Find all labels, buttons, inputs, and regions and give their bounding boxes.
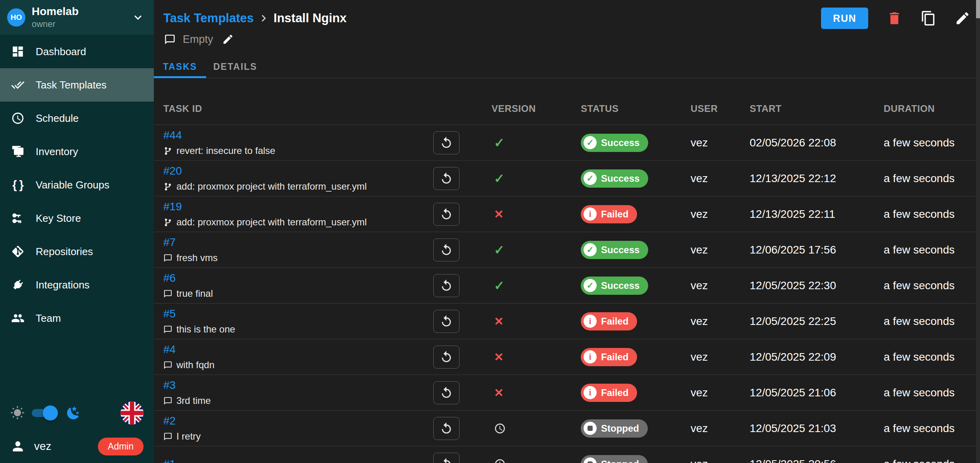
breadcrumb-task-templates[interactable]: Task Templates	[163, 11, 254, 25]
message-icon	[164, 34, 176, 45]
task-id-link[interactable]: #5	[163, 307, 176, 320]
message-icon	[163, 361, 172, 370]
project-avatar: HO	[7, 8, 25, 27]
status-cell: i Failed	[569, 205, 679, 223]
status-badge-label: Failed	[601, 316, 628, 327]
sidebar-item-schedule[interactable]: Schedule	[0, 102, 154, 135]
table-row: #20 add: proxmox project with terraform_…	[154, 161, 976, 196]
pencil-icon	[222, 33, 234, 45]
task-cell: #4 with fqdn	[154, 343, 427, 371]
task-message: add: proxmox project with terraform_user…	[163, 217, 367, 228]
project-switcher[interactable]: HO Homelab owner	[0, 0, 154, 35]
rerun-cell	[427, 238, 466, 261]
sidebar-item-label: Integrations	[36, 279, 90, 291]
breadcrumb-current-template: Install Nginx	[274, 11, 346, 25]
rerun-task-button[interactable]	[433, 131, 459, 154]
branch-icon	[163, 182, 172, 191]
sidebar-item-inventory[interactable]: Inventory	[0, 135, 154, 168]
plug-icon	[10, 277, 25, 292]
task-message: with fqdn	[163, 359, 214, 371]
sidebar-item-variable-groups[interactable]: { } Variable Groups	[0, 168, 154, 202]
task-cell: #7 fresh vms	[154, 236, 427, 263]
template-actions: RUN	[821, 8, 970, 29]
rerun-task-button[interactable]	[433, 167, 459, 190]
tab-details[interactable]: DETAILS	[206, 56, 264, 78]
task-cell: #1	[154, 458, 427, 463]
status-badge-icon	[584, 457, 597, 463]
rerun-cell	[427, 203, 466, 226]
dark-mode-toggle[interactable]	[32, 405, 56, 421]
trash-icon	[886, 10, 902, 26]
status-badge-label: Success	[601, 244, 639, 256]
start-cell: 12/05/2025 21:06	[738, 386, 872, 399]
task-id-link[interactable]: #6	[163, 272, 176, 284]
user-menu[interactable]: vez Admin	[0, 430, 154, 463]
task-id-link[interactable]: #1	[163, 458, 176, 463]
chevron-down-icon	[131, 10, 145, 25]
replay-icon	[440, 243, 453, 257]
uk-flag-language-button[interactable]	[121, 402, 144, 425]
status-badge-label: Success	[601, 137, 639, 148]
duration-cell: a few seconds	[872, 208, 976, 221]
tab-tasks[interactable]: TASKS	[154, 56, 206, 78]
replay-icon	[440, 279, 453, 292]
table-row: #3 3rd time ✕ i Failed vez 12/05/2025 21…	[154, 375, 976, 411]
rerun-task-button[interactable]	[433, 381, 459, 404]
sidebar-item-dashboard[interactable]: Dashboard	[0, 35, 154, 68]
task-cell: #5 this is the one	[154, 307, 427, 335]
sidebar-item-key-store[interactable]: Key Store	[0, 202, 154, 235]
rerun-cell	[427, 274, 466, 297]
status-cell: i Failed	[569, 312, 679, 330]
duration-cell: a few seconds	[872, 279, 976, 292]
edit-template-button[interactable]	[955, 10, 970, 26]
dashboard-icon	[10, 44, 25, 59]
status-badge-label: Failed	[601, 209, 628, 220]
task-id-link[interactable]: #20	[163, 165, 182, 177]
user-cell: vez	[679, 172, 738, 185]
status-badge: i Failed	[581, 348, 637, 366]
task-id-link[interactable]: #3	[163, 379, 176, 392]
status-badge: ✓ Success	[581, 169, 648, 188]
edit-description-button[interactable]	[222, 33, 234, 45]
rerun-task-button[interactable]	[433, 203, 459, 226]
rerun-cell	[427, 417, 466, 440]
braces-icon: { }	[10, 177, 25, 192]
task-cell: #20 add: proxmox project with terraform_…	[154, 165, 427, 192]
sidebar-item-task-templates[interactable]: Task Templates	[0, 68, 154, 102]
sidebar-item-repositories[interactable]: Repositories	[0, 235, 154, 268]
sidebar-item-team[interactable]: Team	[0, 302, 154, 335]
table-row: #19 add: proxmox project with terraform_…	[154, 196, 976, 232]
status-badge: i Failed	[581, 312, 637, 330]
col-header-version: VERSION	[466, 103, 569, 125]
sidebar-item-integrations[interactable]: Integrations	[0, 268, 154, 302]
task-id-link[interactable]: #44	[163, 129, 182, 142]
duration-cell: a few seconds	[872, 136, 976, 149]
status-badge-icon: i	[584, 350, 597, 363]
run-button[interactable]: RUN	[821, 8, 868, 29]
rerun-task-button[interactable]	[433, 453, 459, 463]
task-message-text: add: proxmox project with terraform_user…	[176, 217, 367, 228]
rerun-task-button[interactable]	[433, 310, 459, 333]
rerun-task-button[interactable]	[433, 238, 459, 261]
rerun-task-button[interactable]	[433, 346, 459, 369]
task-id-link[interactable]: #2	[163, 415, 176, 427]
duration-cell: a few seconds	[872, 386, 976, 399]
sidebar-item-label: Task Templates	[36, 79, 107, 91]
duration-cell: a few seconds	[872, 315, 976, 328]
version-fail-x-icon: ✕	[494, 350, 503, 364]
copy-template-button[interactable]	[921, 10, 936, 26]
version-fail-x-icon: ✕	[494, 315, 503, 328]
scrollbar-thumb[interactable]	[976, 0, 980, 18]
duration-cell: a few seconds	[872, 244, 976, 256]
task-id-link[interactable]: #19	[163, 200, 182, 213]
delete-template-button[interactable]	[886, 10, 902, 26]
status-cell: i Failed	[569, 348, 679, 366]
task-id-link[interactable]: #7	[163, 236, 176, 249]
copy-icon	[921, 10, 936, 26]
project-meta: Homelab owner	[32, 6, 131, 29]
col-header-task-id: TASK ID	[154, 103, 427, 125]
rerun-task-button[interactable]	[433, 417, 459, 440]
rerun-task-button[interactable]	[433, 274, 459, 297]
task-id-link[interactable]: #4	[163, 343, 176, 356]
status-badge: ✓ Success	[581, 277, 648, 295]
